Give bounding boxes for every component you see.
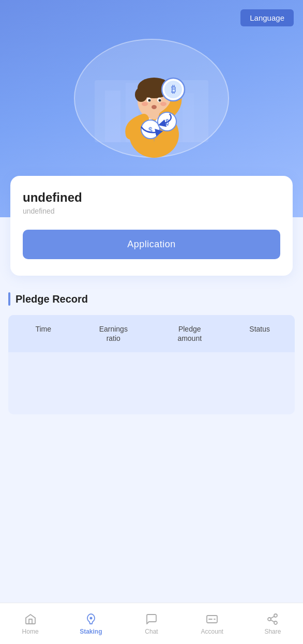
nav-share[interactable]: Share [243, 603, 303, 644]
svg-line-29 [271, 620, 275, 622]
character-illustration: ₿ $ ₿ [79, 39, 224, 158]
table-header: Time Earningsratio Pledgeamount Status [8, 315, 295, 352]
svg-point-24 [89, 617, 92, 619]
home-icon [24, 612, 37, 626]
svg-rect-5 [183, 93, 194, 142]
share-icon [266, 612, 279, 626]
card-subtitle: undefined [23, 207, 280, 215]
col-time: Time [12, 324, 74, 343]
nav-home[interactable]: Home [0, 603, 60, 644]
account-icon [205, 612, 219, 626]
info-card: undefined undefined Application [10, 176, 293, 276]
svg-line-30 [271, 616, 275, 618]
card-title: undefined [23, 190, 280, 205]
pledge-title-wrap: Pledge Record [8, 292, 295, 306]
table-body [8, 352, 295, 414]
col-pledge-amount: Pledgeamount [153, 324, 226, 343]
account-label: Account [201, 628, 223, 635]
svg-point-9 [135, 87, 147, 102]
nav-account[interactable]: Account [182, 603, 243, 644]
col-status: Status [229, 324, 291, 343]
share-label: Share [264, 628, 281, 635]
svg-point-12 [148, 99, 151, 102]
svg-rect-1 [105, 91, 120, 142]
nav-staking[interactable]: Staking [60, 603, 121, 644]
staking-icon [84, 612, 98, 626]
pledge-section: Pledge Record Time Earningsratio Pledgea… [8, 292, 295, 414]
chat-icon [145, 612, 158, 626]
chat-label: Chat [145, 628, 158, 635]
pledge-table: Time Earningsratio Pledgeamount Status [8, 315, 295, 414]
hero-illustration: ₿ $ ₿ [69, 31, 234, 166]
svg-point-16 [152, 105, 157, 109]
svg-point-15 [160, 102, 166, 106]
application-button[interactable]: Application [23, 230, 280, 259]
svg-text:₿: ₿ [171, 84, 176, 95]
bottom-navigation: Home Staking Chat Account [0, 603, 303, 644]
home-label: Home [22, 628, 39, 635]
language-button[interactable]: Language [240, 9, 294, 26]
title-bar-indicator [8, 292, 10, 306]
pledge-section-title: Pledge Record [16, 293, 88, 305]
svg-point-13 [159, 99, 161, 102]
col-earnings-ratio: Earningsratio [77, 324, 150, 343]
nav-chat[interactable]: Chat [121, 603, 181, 644]
svg-point-14 [142, 102, 148, 106]
staking-label: Staking [80, 628, 102, 635]
